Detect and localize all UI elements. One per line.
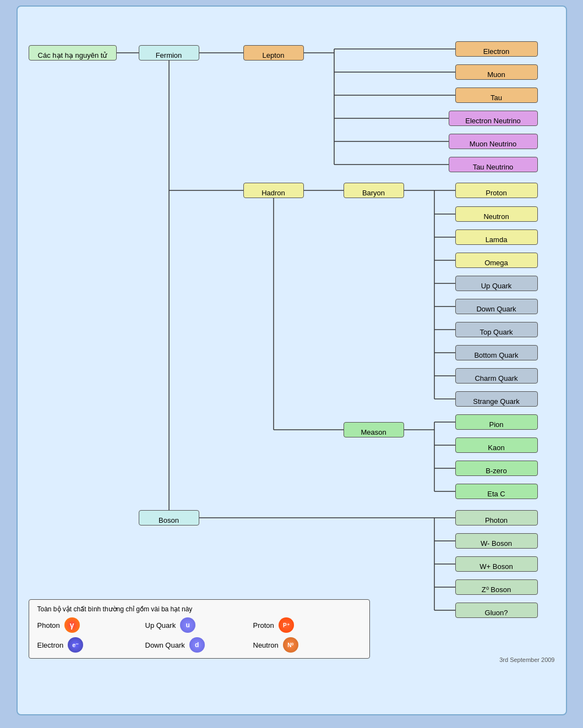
fermion-node: Fermion bbox=[139, 45, 199, 61]
charm-quark-node: Charm Quark bbox=[455, 368, 538, 384]
legend-grid: Photon γ Up Quark u Proton P⁺ Electron e… bbox=[37, 617, 361, 653]
legend-photon-label: Photon bbox=[37, 621, 60, 630]
outer-container: Các hạt hạ nguyên tử Fermion Lepton Elec… bbox=[17, 6, 567, 715]
electron-neutrino-node: Electron Neutrino bbox=[449, 111, 538, 126]
legend-downquark-label: Down Quark bbox=[145, 641, 185, 649]
pion-node: Pion bbox=[455, 414, 538, 430]
upquark-icon: u bbox=[180, 617, 195, 633]
photon-icon: γ bbox=[64, 617, 80, 633]
kaon-node: Kaon bbox=[455, 437, 538, 453]
lepton-node: Lepton bbox=[243, 45, 304, 61]
z0-node: Z⁰ Boson bbox=[455, 579, 538, 595]
boson-node: Boson bbox=[139, 510, 199, 526]
downquark-icon: d bbox=[189, 637, 205, 653]
down-quark-node: Down Quark bbox=[455, 299, 538, 314]
hadron-node: Hadron bbox=[243, 183, 304, 198]
meason-node: Meason bbox=[344, 422, 404, 437]
w-plus-node: W+ Boson bbox=[455, 556, 538, 572]
legend-electron: Electron e⁻ bbox=[37, 637, 145, 653]
legend-upquark: Up Quark u bbox=[145, 617, 253, 633]
up-quark-node: Up Quark bbox=[455, 276, 538, 291]
root-node: Các hạt hạ nguyên tử bbox=[29, 45, 117, 61]
omega-node: Omega bbox=[455, 253, 538, 268]
top-quark-node: Top Quark bbox=[455, 322, 538, 337]
tau-neutrino-node: Tau Neutrino bbox=[449, 157, 538, 172]
legend-photon: Photon γ bbox=[37, 617, 145, 633]
gluon-node: Gluon? bbox=[455, 603, 538, 618]
legend-title: Toàn bộ vật chất bình thường chỉ gồm vài… bbox=[37, 605, 361, 613]
legend-neutron: Neutron N⁰ bbox=[253, 637, 361, 653]
neutron-node: Neutron bbox=[455, 206, 538, 222]
proton-node: Proton bbox=[455, 183, 538, 198]
strange-quark-node: Strange Quark bbox=[455, 391, 538, 407]
bzero-node: B-zero bbox=[455, 461, 538, 476]
legend-neutron-label: Neutron bbox=[253, 641, 279, 649]
photon-node: Photon bbox=[455, 510, 538, 526]
date-label: 3rd September 2009 bbox=[499, 656, 554, 663]
electron-icon: e⁻ bbox=[68, 637, 83, 653]
legend-downquark: Down Quark d bbox=[145, 637, 253, 653]
neutron-icon: N⁰ bbox=[283, 637, 298, 653]
electron-node: Electron bbox=[455, 41, 538, 57]
w-minus-node: W- Boson bbox=[455, 533, 538, 549]
tau-node: Tau bbox=[455, 87, 538, 103]
proton-icon: P⁺ bbox=[279, 617, 294, 633]
legend: Toàn bộ vật chất bình thường chỉ gồm vài… bbox=[29, 599, 370, 659]
legend-electron-label: Electron bbox=[37, 641, 64, 649]
legend-proton-label: Proton bbox=[253, 621, 274, 630]
muon-node: Muon bbox=[455, 64, 538, 80]
legend-proton: Proton P⁺ bbox=[253, 617, 361, 633]
muon-neutrino-node: Muon Neutrino bbox=[449, 134, 538, 149]
legend-upquark-label: Up Quark bbox=[145, 621, 176, 630]
tree-wrapper: Các hạt hạ nguyên tử Fermion Lepton Elec… bbox=[26, 15, 558, 664]
bottom-quark-node: Bottom Quark bbox=[455, 345, 538, 360]
etac-node: Eta C bbox=[455, 484, 538, 499]
lamda-node: Lamda bbox=[455, 229, 538, 245]
baryon-node: Baryon bbox=[344, 183, 404, 198]
